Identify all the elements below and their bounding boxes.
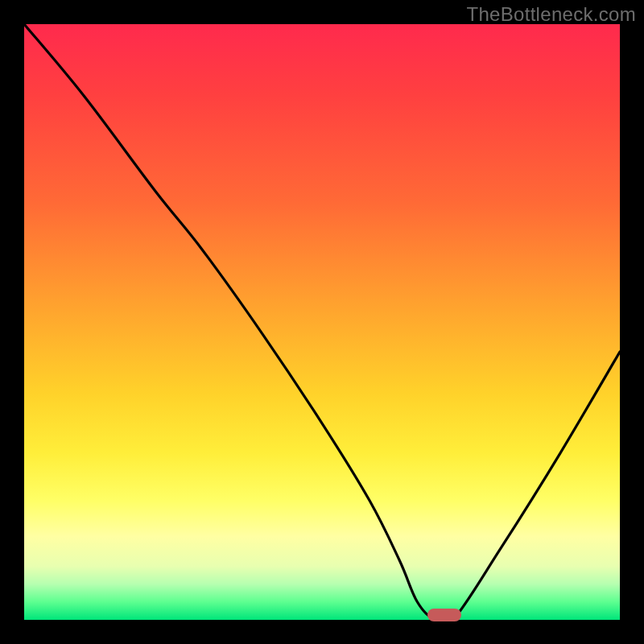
optimal-marker [427, 609, 461, 621]
plot-area [24, 24, 620, 620]
chart-frame: TheBottleneck.com [0, 0, 644, 644]
watermark-text: TheBottleneck.com [466, 3, 636, 26]
bottleneck-curve [24, 24, 620, 620]
